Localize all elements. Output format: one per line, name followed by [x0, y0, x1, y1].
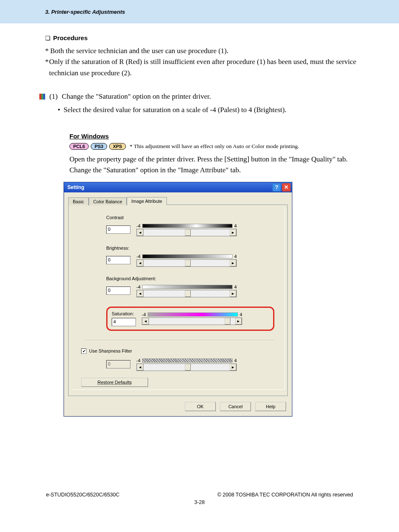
right-arrow-icon[interactable]: ►: [230, 260, 236, 266]
help-button[interactable]: Help: [255, 402, 286, 411]
brightness-slider[interactable]: ◄ ►: [136, 259, 237, 267]
footer-right: © 2008 TOSHIBA TEC CORPORATION All right…: [217, 492, 353, 498]
left-arrow-icon[interactable]: ◄: [137, 290, 143, 297]
step-text: Change the "Saturation" option on the pr…: [62, 91, 211, 102]
saturation-label: Saturation:: [112, 311, 136, 316]
left-arrow-icon[interactable]: ◄: [142, 318, 149, 325]
asterisk-icon: *: [45, 46, 50, 56]
dialog-tabs: Basic Color Balance Image Attribute: [64, 192, 292, 205]
brightness-max: 4: [234, 254, 237, 259]
contrast-value-input[interactable]: 0: [106, 225, 130, 234]
page-footer: e-STUDIO5520C/6520C/6530C © 2008 TOSHIBA…: [0, 492, 399, 498]
sharpness-check-label: Use Sharpness Filter: [89, 348, 132, 353]
tab-panel: Contrast 0 -4 4 ◄ ►: [68, 205, 288, 396]
bullet-text: Select the desired value for saturation …: [64, 105, 286, 115]
rgb-icon: [39, 94, 45, 100]
page-header: 3. Printer-specific Adjustments: [0, 0, 399, 23]
right-arrow-icon[interactable]: ►: [235, 318, 242, 325]
instruction-2: Change the "Saturation" option in the "I…: [45, 165, 357, 176]
step-number: (1): [49, 91, 58, 102]
dialog-title: Setting: [67, 184, 84, 190]
dialog-titlebar: Setting ? ✕: [64, 182, 292, 192]
right-arrow-icon[interactable]: ►: [230, 229, 236, 236]
pill-note: * This adjustment will have an effect on…: [130, 143, 299, 150]
background-gradient: [142, 285, 233, 289]
step-1: (1) Change the "Saturation" option on th…: [39, 91, 357, 102]
bullet-dot-icon: •: [58, 105, 64, 115]
contrast-slider[interactable]: ◄ ►: [136, 229, 237, 236]
sharpness-value-input[interactable]: 0: [106, 360, 130, 368]
background-group: Background Adjustment: 0 -4 4 ◄ ►: [106, 276, 274, 297]
saturation-highlight: Saturation: 4 -4 4 ◄ ►: [106, 307, 274, 331]
right-arrow-icon[interactable]: ►: [230, 364, 236, 371]
footer-left: e-STUDIO5520C/6520C/6530C: [46, 492, 120, 498]
tab-basic[interactable]: Basic: [68, 197, 89, 205]
brightness-gradient: [142, 254, 233, 258]
sharpness-min: -4: [136, 358, 141, 363]
help-titlebar-button[interactable]: ?: [272, 183, 281, 192]
pill-ps3: PS3: [91, 143, 107, 150]
step-1-bullet: • Select the desired value for saturatio…: [45, 105, 357, 115]
page-number: 3-28: [0, 499, 399, 505]
saturation-gradient: [148, 312, 238, 317]
note-text: Both the service technician and the user…: [50, 46, 228, 56]
background-min: -4: [136, 284, 141, 289]
brightness-min: -4: [136, 254, 141, 259]
sharpness-max: 4: [234, 358, 237, 363]
brightness-value-input[interactable]: 0: [106, 256, 130, 264]
cancel-button[interactable]: Cancel: [220, 402, 251, 411]
page-content: ❏ Procedures * Both the service technici…: [0, 23, 399, 417]
sharpness-group: 0 -4 4 ◄ ►: [106, 358, 274, 371]
pill-pcl6: PCL6: [69, 143, 89, 150]
right-arrow-icon[interactable]: ►: [230, 290, 236, 297]
tab-color-balance[interactable]: Color Balance: [89, 197, 127, 205]
procedures-title: Procedures: [53, 34, 88, 41]
ok-button[interactable]: OK: [185, 402, 216, 411]
driver-pills: PCL6 PS3 XPS * This adjustment will have…: [45, 143, 357, 150]
saturation-value-input[interactable]: 4: [112, 318, 136, 326]
pill-xps: XPS: [109, 143, 126, 150]
procedures-heading: ❏ Procedures: [45, 34, 357, 41]
left-arrow-icon[interactable]: ◄: [137, 260, 143, 266]
divider: [85, 340, 274, 341]
left-arrow-icon[interactable]: ◄: [137, 229, 143, 236]
background-value-input[interactable]: 0: [106, 286, 130, 295]
brightness-group: Brightness: 0 -4 4 ◄ ►: [106, 246, 274, 267]
sharpness-checkbox[interactable]: ✔: [81, 348, 87, 354]
saturation-min: -4: [142, 312, 146, 317]
sharpness-checkbox-row: ✔ Use Sharpness Filter: [81, 348, 274, 354]
procedure-note-1: * Both the service technician and the us…: [45, 46, 357, 56]
background-label: Background Adjustment:: [106, 276, 274, 281]
background-slider[interactable]: ◄ ►: [136, 290, 237, 297]
contrast-max: 4: [234, 223, 237, 228]
contrast-min: -4: [136, 223, 141, 228]
brightness-label: Brightness:: [106, 246, 274, 251]
sharpness-slider[interactable]: ◄ ►: [136, 363, 237, 371]
left-arrow-icon[interactable]: ◄: [137, 364, 143, 371]
note-text: Only if the saturation of R (Red) is sti…: [49, 56, 357, 79]
section-title: 3. Printer-specific Adjustments: [45, 9, 125, 15]
tab-image-attribute[interactable]: Image Attribute: [127, 197, 167, 205]
dialog-buttons: OK Cancel Help: [64, 400, 292, 416]
background-max: 4: [234, 284, 237, 289]
setting-dialog: Setting ? ✕ Basic Color Balance Image At…: [64, 182, 292, 417]
square-bullet-icon: ❏: [45, 35, 51, 41]
sharpness-gradient: [142, 358, 233, 363]
saturation-max: 4: [240, 312, 242, 317]
instruction-1: Open the property page of the printer dr…: [45, 154, 357, 165]
close-button[interactable]: ✕: [282, 183, 291, 192]
for-windows-heading: For Windows: [45, 133, 357, 140]
procedure-note-2: * Only if the saturation of R (Red) is s…: [45, 56, 357, 79]
contrast-gradient: [142, 224, 233, 228]
restore-defaults-button[interactable]: Restore Defaults: [81, 378, 148, 387]
contrast-group: Contrast 0 -4 4 ◄ ►: [106, 215, 274, 236]
saturation-slider[interactable]: ◄ ►: [142, 317, 242, 325]
asterisk-icon: *: [45, 56, 49, 79]
contrast-label: Contrast: [106, 215, 274, 220]
